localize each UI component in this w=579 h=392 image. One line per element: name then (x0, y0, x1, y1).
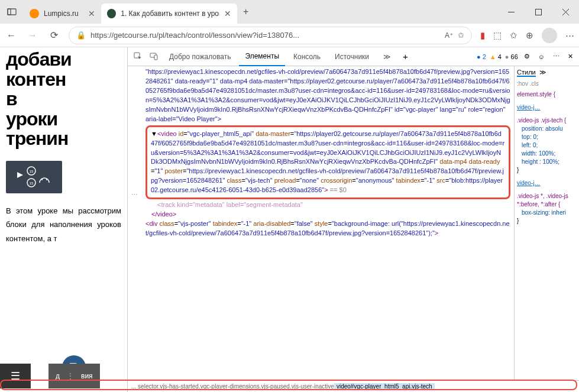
url-input[interactable]: 🔒 https://getcourse.ru/pl/teach/control/… (69, 27, 472, 44)
tab-console[interactable]: Консоль (287, 47, 326, 66)
forward-button[interactable]: → (26, 30, 39, 41)
add-tool[interactable]: + (399, 51, 412, 61)
collections-icon[interactable]: ⊕ (526, 30, 533, 41)
svg-text:15: 15 (29, 182, 33, 185)
tab-more[interactable]: ≫ (377, 47, 397, 66)
devtools-toolbar: Добро пожаловать Элементы Консоль Источн… (128, 47, 579, 66)
svg-rect-11 (154, 55, 157, 60)
favicon (107, 9, 117, 18)
page-body-text: В этом уроке мы рассмотрим блоки для нап… (6, 204, 121, 245)
breadcrumb-active[interactable]: video#vgc-player_html5_api.vjs-tech (334, 383, 435, 390)
extension-icon[interactable]: ▮ (480, 30, 485, 41)
styles-panel: Стили ≫ :hov .cls element.style {video-j… (514, 66, 579, 380)
tab-title: 1. Как добавить контент в урок (121, 9, 219, 18)
code-line[interactable]: </video> (145, 210, 510, 219)
svg-rect-2 (508, 12, 515, 12)
code-line[interactable]: "https://previewyac1.kinescopecdn.net/gc… (145, 67, 510, 124)
extensions-icon[interactable]: ⬚ (493, 30, 502, 41)
tab-elements[interactable]: Элементы (239, 47, 285, 66)
minimize-button[interactable] (497, 0, 525, 24)
tab-welcome[interactable]: Добро пожаловать (163, 47, 237, 66)
refresh-button[interactable]: ⟳ (47, 30, 60, 41)
tabs-button[interactable] (0, 7, 24, 17)
more-icon[interactable]: ⋯ (551, 53, 562, 60)
inspect-icon[interactable] (131, 52, 145, 61)
favicon (30, 9, 39, 18)
svg-text:15: 15 (29, 170, 33, 173)
code-line[interactable]: <div class="vjs-poster" tabindex="-1" ar… (145, 219, 510, 238)
gear-icon[interactable]: ⚙ (522, 53, 532, 60)
menu-icon[interactable]: ⋯ (565, 30, 574, 41)
breadcrumb[interactable]: ... selector.vjs-has-started.vgc-player-… (128, 380, 579, 392)
code-line[interactable]: <track kind="metadata" label="segment-me… (145, 200, 510, 210)
close-icon[interactable]: ✕ (88, 9, 95, 18)
page-title: добави контен в уроки тренин (6, 50, 121, 149)
collapse-dots[interactable]: ⋯ (131, 190, 138, 200)
feedback-icon[interactable]: ☺ (536, 53, 547, 60)
badge-info[interactable]: ● 2 (477, 53, 486, 60)
favorites-icon[interactable]: ✩ (510, 30, 517, 41)
svg-rect-0 (8, 9, 16, 15)
tab-more-styles[interactable]: ≫ (539, 69, 546, 77)
window-titlebar: Lumpics.ru ✕ 1. Как добавить контент в у… (0, 0, 579, 24)
tab-lumpics[interactable]: Lumpics.ru ✕ (24, 4, 101, 24)
action-button[interactable]: д⋮вия (48, 364, 100, 388)
profile-avatar[interactable] (542, 28, 557, 43)
tab-sources[interactable]: Источники (329, 47, 375, 66)
menu-button[interactable]: ☰ (0, 364, 31, 388)
svg-marker-4 (17, 172, 23, 178)
page-content: добави контен в уроки тренин 15 15 В это… (0, 47, 127, 392)
device-icon[interactable] (147, 52, 161, 61)
breadcrumb-pre[interactable]: ... selector.vjs-has-started.vgc-player-… (131, 383, 334, 390)
svg-rect-1 (8, 9, 11, 15)
video-player-thumb[interactable]: 15 15 (6, 161, 62, 193)
elements-tree[interactable]: ⋯ "https://previewyac1.kinescopecdn.net/… (128, 66, 514, 380)
maximize-button[interactable] (525, 0, 552, 24)
back-button[interactable]: ← (5, 30, 18, 41)
close-icon[interactable]: ✕ (224, 9, 231, 18)
tab-title: Lumpics.ru (44, 9, 79, 18)
tab-styles[interactable]: Стили (517, 69, 536, 77)
address-bar: ← → ⟳ 🔒 https://getcourse.ru/pl/teach/co… (0, 24, 579, 47)
svg-rect-3 (535, 9, 541, 15)
badge-warning[interactable]: 4 (490, 53, 502, 60)
url-text: https://getcourse.ru/pl/teach/control/le… (90, 31, 440, 40)
filter-row[interactable]: :hov .cls (517, 80, 577, 87)
new-tab-button[interactable]: + (237, 7, 255, 17)
lock-icon: 🔒 (76, 31, 86, 40)
reader-icon[interactable]: A⁺ (445, 31, 453, 40)
badge-error[interactable]: 66 (505, 53, 518, 60)
highlighted-element[interactable]: ▼<video id="vgc-player_html5_api" data-m… (145, 125, 510, 200)
tab-getcourse[interactable]: 1. Как добавить контент в урок ✕ (101, 4, 237, 24)
devtools-panel: Добро пожаловать Элементы Консоль Источн… (127, 47, 579, 392)
favorite-icon[interactable]: ✩ (458, 31, 464, 40)
close-button[interactable] (552, 0, 579, 24)
close-devtools[interactable]: ✕ (565, 53, 575, 60)
